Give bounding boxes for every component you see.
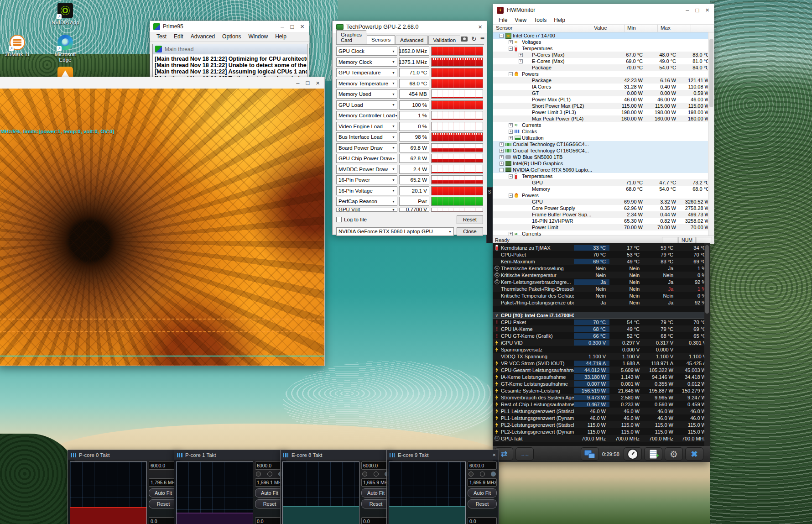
- expand-toggle[interactable]: [509, 123, 513, 127]
- scrollbar[interactable]: [704, 243, 710, 446]
- tab[interactable]: Validation: [428, 36, 460, 44]
- sensor-row[interactable]: Thermische Paket-/Ring-Drosselung Nein N…: [493, 285, 710, 292]
- table-row[interactable]: 16-PIN 12VHPWR 65.30 W 0.82 W 3258.02 W: [493, 218, 714, 224]
- table-row[interactable]: Memory 68.0 °C 54.0 °C 68.0 °C: [493, 186, 714, 192]
- sensor-name-dropdown[interactable]: Memory Used: [336, 89, 397, 99]
- table-row[interactable]: Crucial Technology CT16G56C4...: [493, 147, 714, 154]
- minimize-icon[interactable]: [281, 24, 284, 30]
- expand-toggle[interactable]: [509, 194, 513, 198]
- scrollbar[interactable]: [708, 32, 714, 236]
- sensor-row[interactable]: iGPU VID 0.300 V 0.297 V 0.317 V 0.301 V: [493, 339, 710, 346]
- table-row[interactable]: GT 0.00 W 0.00 W 0.59 W: [493, 90, 714, 96]
- furmark-titlebar[interactable]: [0, 77, 324, 89]
- close-button[interactable]: [685, 447, 703, 461]
- sensor-name-dropdown[interactable]: GPU Clock: [336, 47, 397, 56]
- table-row[interactable]: Max Peak Power (PL4) 160.00 W 160.00 W 1…: [493, 115, 714, 122]
- log-to-file-checkbox[interactable]: [336, 217, 342, 222]
- menu-item[interactable]: Advanced: [187, 33, 219, 40]
- table-row[interactable]: Currents: [493, 231, 714, 236]
- sensor-row[interactable]: Kerndistanz zu TjMAX 33 °C 17 °C 59 °C 3…: [493, 244, 710, 251]
- sensor-name-dropdown[interactable]: Memory Controller Load: [336, 111, 397, 120]
- table-row[interactable]: Crucial Technology CT16G56C4...: [493, 141, 714, 147]
- table-row[interactable]: Core Power Supply 62.96 W 0.35 W 2758.28…: [493, 205, 714, 211]
- column-header-sensor[interactable]: Sensor: [493, 25, 591, 32]
- sensor-row[interactable]: CPU [#0]: Intel Core i7-14700HX: Enhance…: [493, 312, 710, 319]
- table-row[interactable]: Temperatures: [493, 45, 714, 52]
- expand-toggle[interactable]: [519, 59, 523, 63]
- sensor-row[interactable]: PL2-Leistungsgrenzwert (Dynami... 115.0 …: [493, 428, 710, 435]
- prime95-titlebar[interactable]: Prime95: [150, 21, 309, 32]
- minimize-icon[interactable]: [686, 7, 689, 13]
- table-row[interactable]: Intel(R) UHD Graphics: [493, 160, 714, 167]
- collapse-columns-button[interactable]: [515, 447, 534, 461]
- expand-toggle[interactable]: [509, 47, 513, 51]
- graph-titlebar[interactable]: P-core 0 Takt: [68, 450, 180, 460]
- table-row[interactable]: Powers: [493, 192, 714, 199]
- sensor-row[interactable]: [493, 306, 710, 312]
- sensor-row[interactable]: GT-Kerne Leistungsaufnahme 0.007 W 0.001…: [493, 380, 710, 387]
- graph-max-field[interactable]: 6000.0: [468, 461, 497, 470]
- expand-toggle[interactable]: [509, 40, 513, 44]
- minimize-icon[interactable]: [296, 80, 299, 86]
- expand-toggle[interactable]: [500, 168, 504, 172]
- sensor-row[interactable]: PL1-Leistungsgrenzwert (Statisch) 46.0 W…: [493, 408, 710, 414]
- sensor-name-dropdown[interactable]: GPU Temperature: [336, 68, 397, 77]
- table-row[interactable]: NVIDIA GeForce RTX 5060 Lapto...: [493, 167, 714, 173]
- table-row[interactable]: Short Power Max (PL2) 115.00 W 115.00 W …: [493, 103, 714, 109]
- close-button[interactable]: Close: [457, 227, 483, 236]
- menu-item[interactable]: Test: [153, 33, 170, 40]
- column-header-min[interactable]: Min: [625, 25, 658, 32]
- menu-item[interactable]: View: [511, 17, 530, 23]
- sensor-row[interactable]: CPU IA-Kerne 68 °C 49 °C 79 °C 69 °C: [493, 325, 710, 332]
- sensor-row[interactable]: Rest-of-Chip-Leistungsaufnahme 0.467 W 0…: [493, 401, 710, 408]
- menu-item[interactable]: Tools: [530, 17, 550, 23]
- table-row[interactable]: P-Cores (Max) 67.0 °C 48.0 °C 83.0 °C: [493, 52, 714, 58]
- sensor-name-dropdown[interactable]: MVDDC Power Draw: [336, 165, 397, 174]
- sensor-row[interactable]: Kritische Temperatur des Gehäus... Nein …: [493, 292, 710, 299]
- sensor-row[interactable]: Kern-Leistungsverbrauchsgre... Ja Nein J…: [493, 278, 710, 285]
- table-row[interactable]: Power Max (PL1) 46.00 W 46.00 W 46.00 W: [493, 96, 714, 103]
- sensor-row[interactable]: Spannungsversatz 0.000 V 0.000 V: [493, 346, 710, 353]
- sensor-name-dropdown[interactable]: Board Power Draw: [336, 143, 397, 152]
- sensor-name-dropdown[interactable]: Video Engine Load: [336, 122, 397, 131]
- sensor-row[interactable]: Kritische Kerntemperatur Nein Nein Nein …: [493, 272, 710, 278]
- menu-item[interactable]: Options: [219, 33, 245, 40]
- expand-toggle[interactable]: [509, 136, 513, 140]
- expand-toggle[interactable]: [519, 53, 523, 57]
- table-row[interactable]: IA Cores 31.28 W 0.40 W 110.08 W: [493, 84, 714, 90]
- report-button[interactable]: [644, 447, 662, 461]
- sensor-row[interactable]: CPU GT-Kerne (Grafik) 66 °C 52 °C 68 °C …: [493, 332, 710, 339]
- table-row[interactable]: Power Limit 70.00 W 70.00 W 70.00 W: [493, 224, 714, 231]
- sensor-name-dropdown[interactable]: PerfCap Reason: [336, 197, 397, 206]
- gpu-select[interactable]: NVIDIA GeForce RTX 5060 Laptop GPU: [336, 227, 454, 236]
- table-row[interactable]: Utilization: [493, 135, 714, 141]
- close-icon[interactable]: [316, 80, 320, 86]
- sensor-name-dropdown[interactable]: 16-Pin Voltage: [336, 186, 397, 195]
- tab[interactable]: Advanced: [396, 36, 428, 44]
- expand-toggle[interactable]: [500, 142, 504, 147]
- tab[interactable]: Graphics Card: [336, 30, 366, 44]
- table-row[interactable]: GPU 71.0 °C 47.7 °C 73.2 °C: [493, 179, 714, 186]
- graph-min-field[interactable]: 0.0: [468, 517, 497, 524]
- remote-monitoring-button[interactable]: [581, 447, 599, 461]
- sensor-name-dropdown[interactable]: GPU Volt: [336, 208, 397, 212]
- menu-item[interactable]: Help: [550, 17, 569, 23]
- tab[interactable]: Sensors: [367, 35, 395, 44]
- table-row[interactable]: Powers: [493, 71, 714, 77]
- reset-button[interactable]: Reset: [457, 215, 483, 224]
- table-row[interactable]: E-Cores (Max) 69.0 °C 49.0 °C 81.0 °C: [493, 58, 714, 64]
- sensor-row[interactable]: CPU-Paket 70 °C 54 °C 79 °C 70 °C: [493, 319, 710, 325]
- expand-toggle[interactable]: [500, 149, 504, 153]
- table-row[interactable]: Temperatures: [493, 173, 714, 179]
- auto-fit-button[interactable]: Auto Fit: [468, 488, 497, 498]
- desktop-icon-microsoft-edge[interactable]: ↗ Microsoft Edge: [49, 35, 82, 63]
- clock-button[interactable]: [624, 447, 642, 461]
- menu-item[interactable]: Help: [271, 33, 290, 40]
- sensor-row[interactable]: Gesamte System-Leistung 156.519 W 21.646…: [493, 387, 710, 394]
- sensor-row[interactable]: IA-Kerne Leistungsaufnahme 33.180 W 1.14…: [493, 373, 710, 380]
- sensor-name-dropdown[interactable]: Bus Interface Load: [336, 132, 397, 141]
- menu-item[interactable]: Edit: [170, 33, 187, 40]
- menu-item[interactable]: Window: [245, 33, 271, 40]
- table-row[interactable]: GPU 69.90 W 3.32 W 3260.52 W: [493, 199, 714, 205]
- screenshot-icon[interactable]: [461, 37, 468, 42]
